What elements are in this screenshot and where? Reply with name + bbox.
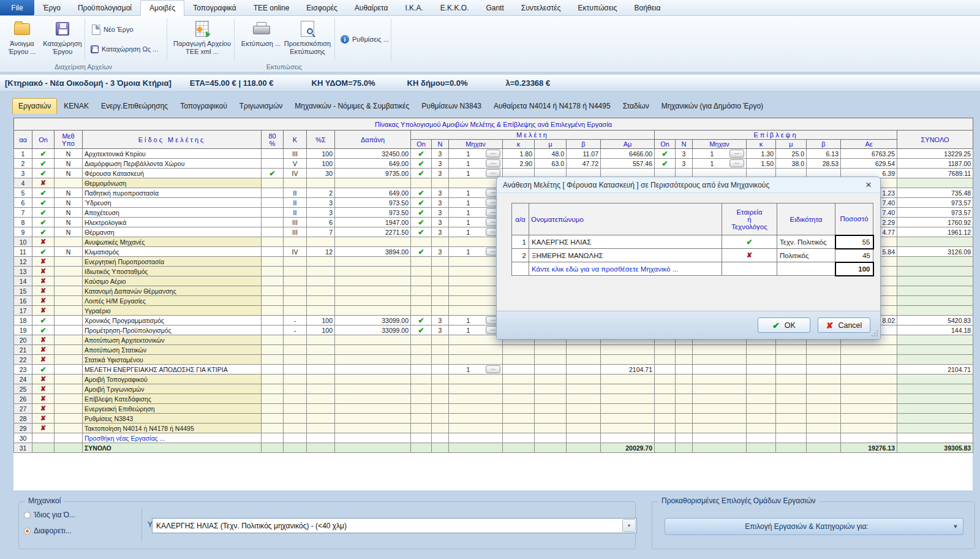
cancel-button[interactable]: ✘ Cancel xyxy=(818,318,870,333)
check-icon[interactable]: ✔ xyxy=(418,169,424,178)
cross-icon[interactable]: ✘ xyxy=(40,395,46,402)
check-icon[interactable]: ✔ xyxy=(418,208,424,217)
print-button[interactable]: Εκτύπωση ... xyxy=(239,20,283,61)
menu-item-2[interactable]: Αμοιβές xyxy=(140,0,184,16)
engineer-1-name[interactable]: ΚΑΛΕΡΓΗΣ ΗΛΙΑΣ xyxy=(529,235,722,249)
add-work-link[interactable]: Προσθήκη νέας Εργασίας ... xyxy=(85,435,165,442)
save-project-button[interactable]: Καταχώρηση Έργου xyxy=(43,20,82,61)
tab-3[interactable]: Τοπογραφικού xyxy=(175,99,233,114)
cross-icon[interactable]: ✘ xyxy=(40,356,46,363)
save-as-button[interactable]: Καταχώρηση Ως ... xyxy=(91,43,158,55)
check-icon[interactable]: ✔ xyxy=(40,199,46,207)
cross-icon[interactable]: ✘ xyxy=(40,336,46,343)
cross-icon[interactable]: ✘ xyxy=(40,297,46,304)
check-icon[interactable]: ✔ xyxy=(418,228,424,237)
check-icon[interactable]: ✔ xyxy=(40,316,46,325)
check-icon[interactable]: ✔ xyxy=(40,169,46,178)
tab-0[interactable]: Εργασιών xyxy=(12,98,57,114)
cross-icon[interactable]: ✘ xyxy=(40,257,46,265)
tee-xml-button[interactable]: Παραγωγή Αρχείου TEE xml ... xyxy=(173,20,232,61)
check-icon[interactable]: ✔ xyxy=(418,316,424,325)
check-icon[interactable]: ✔ xyxy=(418,189,424,197)
resize-grip[interactable] xyxy=(876,335,878,337)
cross-icon[interactable]: ✘ xyxy=(40,179,46,186)
check-icon[interactable]: ✔ xyxy=(418,159,424,168)
radio-different-engineer[interactable]: Διαφορετι... xyxy=(24,527,72,535)
tab-5[interactable]: Μηχανικών - Νόμιμες & Συμβατικές xyxy=(289,99,415,114)
preset-dropdown-button[interactable]: Επιλογή Εργασιών & Κατηγοριών για: ▼ xyxy=(665,518,963,535)
menu-item-10[interactable]: Συντελεστές xyxy=(513,0,570,15)
check-icon[interactable]: ✔ xyxy=(418,150,424,158)
new-project-button[interactable]: Νέο Έργο xyxy=(92,23,134,36)
row-1-epi-mihan-ellipsis-button[interactable]: ... xyxy=(729,150,744,158)
settings-button[interactable]: i Ρυθμίσεις ... xyxy=(341,33,389,45)
chevron-down-icon[interactable]: ▼ xyxy=(622,519,636,532)
tab-4[interactable]: Τριγωνισμών xyxy=(234,99,288,114)
cross-icon[interactable]: ✘ xyxy=(40,238,46,245)
engineer-2-name[interactable]: ΞΗΜΕΡΗΣ ΜΑΝΩΛΗΣ xyxy=(529,249,722,262)
engineer-1-pct-input[interactable]: 55 xyxy=(835,235,873,249)
cross-icon[interactable]: ✘ xyxy=(747,251,752,259)
tab-7[interactable]: Αυθαίρετα N4014 ή N4178 ή N4495 xyxy=(488,99,616,114)
ok-button[interactable]: ✔ OK xyxy=(758,318,810,333)
tab-2[interactable]: Ενεργ.Επιθεώρησης xyxy=(96,99,173,114)
engineer-2-pct-input[interactable]: 45 xyxy=(835,249,873,262)
menu-item-4[interactable]: TEE online xyxy=(245,0,298,15)
engineer-combobox[interactable]: ΚΑΛΕΡΓΗΣ ΗΛΙΑΣ (Τεχν. Πολιτικός μηχανικό… xyxy=(152,518,637,533)
check-icon[interactable]: ✔ xyxy=(40,189,46,197)
check-icon[interactable]: ✔ xyxy=(418,199,424,207)
engineer-1-spec[interactable]: Τεχν. Πολιτικός xyxy=(777,235,835,249)
row-2-epi-mihan-ellipsis-button[interactable]: ... xyxy=(729,159,744,167)
cross-icon[interactable]: ✘ xyxy=(40,385,46,392)
check-icon[interactable]: ✔ xyxy=(40,218,46,227)
add-engineer-link[interactable]: Κάντε κλικ εδώ για να προσθέσετε Μηχανικ… xyxy=(532,265,678,273)
check-icon[interactable]: ✔ xyxy=(746,238,752,246)
check-icon[interactable]: ✔ xyxy=(662,150,668,158)
menu-item-3[interactable]: Τοπογραφικά xyxy=(184,0,244,15)
row-3-mel-mihan-ellipsis-button[interactable]: ... xyxy=(486,169,500,177)
tab-8[interactable]: Σταδίων xyxy=(617,99,655,114)
check-icon[interactable]: ✔ xyxy=(418,326,424,335)
cross-icon[interactable]: ✘ xyxy=(40,306,46,314)
menu-item-12[interactable]: Βοήθεια xyxy=(625,0,669,15)
cross-icon[interactable]: ✘ xyxy=(40,346,46,353)
open-project-button[interactable]: Άνοιγμα Έργου ... xyxy=(2,20,42,61)
menu-item-6[interactable]: Αυθαίρετα xyxy=(346,0,397,15)
menu-item-0[interactable]: Έργο xyxy=(34,0,69,15)
tab-9[interactable]: Μηχανικών (για Δημόσιο Έργο) xyxy=(656,99,769,114)
check-icon[interactable]: ✔ xyxy=(40,365,46,374)
check-icon[interactable]: ✔ xyxy=(269,169,275,178)
check-icon[interactable]: ✔ xyxy=(40,159,46,168)
file-menu-button[interactable]: File xyxy=(0,0,34,15)
cross-icon[interactable]: ✘ xyxy=(40,277,46,284)
check-icon[interactable]: ✔ xyxy=(40,326,46,335)
tab-6[interactable]: Ρυθμίσεων N3843 xyxy=(416,99,487,114)
row-1-mel-mihan-ellipsis-button[interactable]: ... xyxy=(486,150,500,158)
row-23-mel-mihan-ellipsis-button[interactable]: ... xyxy=(486,365,500,373)
row-2-mel-mihan-ellipsis-button[interactable]: ... xyxy=(486,159,500,167)
cross-icon[interactable]: ✘ xyxy=(40,424,46,432)
check-icon[interactable]: ✔ xyxy=(40,228,46,237)
engineer-2-spec[interactable]: Πολιτικός xyxy=(777,249,835,262)
menu-item-8[interactable]: Ε.Κ.Κ.Ο. xyxy=(432,0,478,15)
check-icon[interactable]: ✔ xyxy=(40,150,46,158)
cross-icon[interactable]: ✘ xyxy=(40,414,46,422)
cross-icon[interactable]: ✘ xyxy=(40,287,46,294)
radio-same-engineer[interactable]: Ίδιος για Ό... xyxy=(24,511,75,519)
cross-icon[interactable]: ✘ xyxy=(40,267,46,275)
cross-icon[interactable]: ✘ xyxy=(40,375,46,382)
menu-item-11[interactable]: Εκτυπώσεις xyxy=(569,0,625,15)
tab-1[interactable]: ΚΕΝΑΚ xyxy=(58,99,94,114)
check-icon[interactable]: ✔ xyxy=(418,248,424,256)
check-icon[interactable]: ✔ xyxy=(662,159,668,168)
menu-item-5[interactable]: Εισφορές xyxy=(298,0,346,15)
check-icon[interactable]: ✔ xyxy=(40,248,46,256)
cross-icon[interactable]: ✘ xyxy=(40,405,46,412)
check-icon[interactable]: ✔ xyxy=(40,208,46,217)
check-icon[interactable]: ✔ xyxy=(418,218,424,227)
close-icon[interactable]: × xyxy=(863,180,874,190)
menu-item-1[interactable]: Προϋπολογισμοί xyxy=(69,0,140,15)
menu-item-7[interactable]: Ι.Κ.Α. xyxy=(396,0,431,15)
menu-item-9[interactable]: Gantt xyxy=(477,0,512,15)
print-preview-button[interactable]: Προεπισκόπιση Εκτύπωσης xyxy=(283,20,332,61)
